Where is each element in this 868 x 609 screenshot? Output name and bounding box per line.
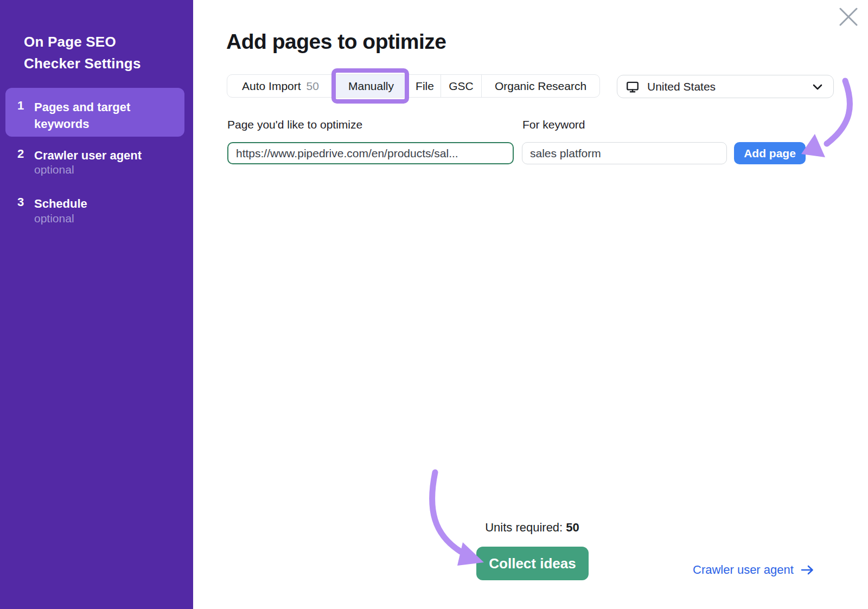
tab-label: File — [416, 80, 434, 93]
keyword-label: For keyword — [522, 118, 585, 131]
settings-sidebar: On Page SEO Checker Settings 1 Pages and… — [0, 0, 193, 609]
step-number: 3 — [17, 195, 30, 209]
country-selector[interactable]: United States — [617, 75, 834, 98]
crawler-user-agent-link[interactable]: Crawler user agent — [693, 562, 814, 578]
page-url-input[interactable] — [227, 142, 514, 164]
tab-file[interactable]: File — [409, 75, 441, 97]
page-url-label: Page you'd like to optimize — [227, 118, 362, 131]
step-label: Pages and target keywords — [34, 99, 174, 132]
page-title: Add pages to optimize — [226, 30, 446, 54]
country-selected-value: United States — [647, 80, 804, 93]
sidebar-title: On Page SEO Checker Settings — [24, 31, 141, 74]
close-icon — [839, 20, 858, 28]
tab-label: Manually — [348, 80, 394, 93]
units-label: Units required: — [485, 521, 563, 534]
chevron-down-icon — [812, 81, 824, 93]
tab-badge-count: 50 — [307, 80, 319, 93]
tab-gsc[interactable]: GSC — [441, 75, 481, 97]
on-page-seo-checker-settings-modal: On Page SEO Checker Settings 1 Pages and… — [0, 0, 868, 609]
arrow-right-icon — [800, 564, 814, 576]
sidebar-title-line1: On Page SEO — [24, 31, 141, 53]
units-value: 50 — [566, 521, 579, 534]
sidebar-title-line2: Checker Settings — [24, 53, 141, 74]
collect-ideas-button[interactable]: Collect ideas — [476, 547, 589, 580]
step-number: 1 — [17, 99, 30, 113]
step-optional-tag: optional — [34, 163, 74, 176]
crawler-link-label: Crawler user agent — [693, 563, 794, 577]
add-page-button[interactable]: Add page — [734, 142, 806, 164]
keyword-input[interactable] — [522, 142, 727, 164]
import-method-tabs: Auto Import 50 Manually File GSC Organic… — [227, 74, 600, 98]
monitor-icon — [626, 80, 640, 94]
step-label: Schedule — [34, 195, 174, 212]
step-optional-tag: optional — [34, 212, 74, 225]
step-label: Crawler user agent — [34, 147, 174, 164]
tab-label: Organic Research — [495, 80, 586, 93]
tab-label: Auto Import — [242, 80, 301, 93]
tab-auto-import[interactable]: Auto Import 50 — [227, 75, 334, 97]
close-button[interactable] — [838, 7, 859, 28]
tab-manually[interactable]: Manually — [334, 75, 409, 97]
units-required-text: Units required: 50 — [424, 521, 641, 535]
tab-label: GSC — [449, 80, 474, 93]
tab-organic-research[interactable]: Organic Research — [481, 75, 599, 97]
step-number: 2 — [17, 147, 30, 161]
